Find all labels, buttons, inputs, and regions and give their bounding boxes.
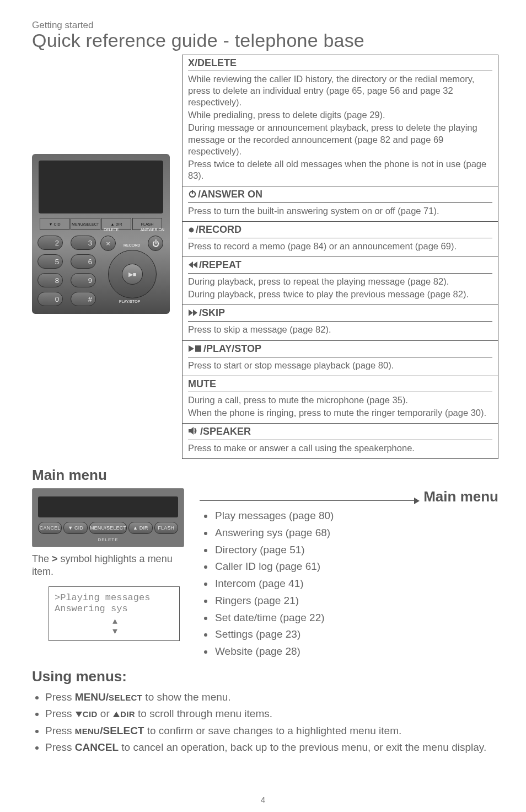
menu-item: Website (page 28) [214,643,498,660]
feature-line: During message or announcement playback,… [188,122,492,157]
feature-line: Press to record a memo (page 84) or an a… [188,241,492,252]
key-8: 8 [37,273,63,287]
btn-power: ⏻ [148,236,163,251]
feature-answer-on: /ANSWER ON Press to turn the built-in an… [183,186,498,222]
key-6: 6 [71,254,96,269]
lcd-scroll-arrows: ▲▼ [55,617,174,637]
step-text: to confirm or save changes to a highligh… [144,725,401,736]
feature-title: /ANSWER ON [198,189,262,200]
feature-line: During a call, press to mute the microph… [188,394,492,406]
main-menu-list: Play messages (page 80) Answering sys (p… [200,507,498,660]
feature-record: /RECORD Press to record a memo (page 84)… [183,222,498,257]
main-menu-heading-right: Main menu [423,488,498,505]
btn-cid: ▼ CID [63,522,87,534]
key-9: 9 [71,273,96,287]
feature-line: Press to start or stop message playback … [188,360,492,371]
svg-marker-11 [113,712,120,717]
btn-x: × [100,236,116,251]
menu-item: Intercom (page 41) [214,575,498,592]
step-text: Press [45,708,75,719]
svg-marker-10 [76,712,82,717]
nav-menuselect: MENU/SELECT [71,218,100,230]
play-stop-icon [188,344,202,355]
step: Press MENU/SELECT to show the menu. [45,690,498,705]
btn-flash: FLASH [154,522,178,534]
lcd-line: >Playing messages [55,592,174,603]
svg-marker-4 [189,261,193,268]
feature-repeat: /REPEAT During playback, press to repeat… [183,257,498,305]
key-5: 5 [37,254,63,269]
btn-dir: ▲ DIR [128,522,152,534]
rewind-icon [188,260,198,271]
key-0: 0 [37,292,63,306]
step-text: Press [45,691,75,703]
feature-title: /PLAY/STOP [203,343,261,354]
lbl-delete-small: DELETE [38,537,178,542]
svg-marker-3 [193,261,197,268]
feature-line: Press to turn the built-in answering sys… [188,205,492,217]
btn-cancel: CANCEL [38,522,62,534]
step-text: or [98,708,112,719]
step-kw: SELECT [109,693,142,702]
step: Press MENU/SELECT to confirm or save cha… [45,723,498,739]
lbl-answer: ANSWER ON [141,228,164,232]
feature-title: MUTE [188,378,216,389]
step-text: to cancel an operation, back up to the p… [119,741,486,753]
menu-item: Directory (page 51) [214,542,498,559]
page-number: 4 [0,795,526,804]
key-3: 3 [71,236,96,250]
feature-line: When the phone is ringing, press to mute… [188,407,492,419]
menu-symbol-note: The > symbol highlights a menu item. [32,553,184,579]
menu-item: Play messages (page 80) [214,507,498,525]
feature-speaker: /SPEAKER Press to make or answer a call … [183,424,498,459]
using-menus-heading: Using menus: [32,668,498,685]
breadcrumb: Getting started [32,20,498,31]
svg-marker-6 [193,309,197,316]
feature-title: /REPEAT [199,259,241,270]
step-kw: DIR [120,709,135,719]
feature-line: During playback, press twice to play the… [188,289,492,300]
step-kw: CANCEL [75,741,119,753]
feature-line: Press to skip a message (page 82). [188,324,492,335]
step-text: to show the menu. [142,691,231,703]
step: Press CANCEL to cancel an operation, bac… [45,740,498,755]
feature-play-stop: /PLAY/STOP Press to start or stop messag… [183,341,498,376]
down-triangle-icon [75,707,83,722]
feature-table: X/DELETE While reviewing the caller ID h… [182,55,498,459]
record-icon [188,225,195,236]
step-kw: CID [83,709,98,719]
lcd-screen: >Playing messages Answering sys ▲▼ [49,586,180,641]
feature-title: /SPEAKER [200,426,251,437]
menu-item: Set date/time (page 22) [214,610,498,627]
feature-line: While reviewing the caller ID history, t… [188,73,492,108]
btn-menuselect: MENU/SELECT [89,522,127,534]
arrow-connector [200,500,418,501]
svg-rect-8 [195,345,201,352]
btn-playstop-center: ▶■ [122,264,143,285]
step-text: to scroll through menu items. [135,708,272,719]
key-hash: # [71,292,96,306]
up-triangle-icon [112,707,120,722]
phone-base-illustration: ▼ CID MENU/SELECT ▲ DIR FLASH 2 3 5 6 8 … [32,154,170,314]
feature-line: During playback, press to repeat the pla… [188,276,492,287]
menu-item: Answering sys (page 68) [214,525,498,542]
step-text: Press [45,725,75,736]
nav-wheel: ▶■ [108,250,157,298]
nav-bar-illustration: CANCEL ▼ CID MENU/SELECT ▲ DIR FLASH DEL… [32,488,184,547]
fast-forward-icon [188,308,198,319]
menu-item: Settings (page 23) [214,626,498,643]
svg-marker-9 [189,427,194,435]
feature-title: /RECORD [196,224,241,235]
svg-rect-1 [192,190,193,194]
lbl-playstop: PLAY/STOP [119,300,140,303]
lbl-record: RECORD [124,243,140,247]
svg-point-2 [189,228,194,233]
lbl-delete: DELETE [104,228,119,232]
feature-x-delete: X/DELETE While reviewing the caller ID h… [183,55,498,186]
step-kw: MENU/ [75,691,109,703]
feature-line: Press to make or answer a call using the… [188,442,492,454]
note-text: The [32,553,52,564]
page-title: Quick reference guide - telephone base [32,30,498,51]
step: Press CID or DIR to scroll through menu … [45,706,498,722]
step-kw: /SELECT [100,725,144,736]
